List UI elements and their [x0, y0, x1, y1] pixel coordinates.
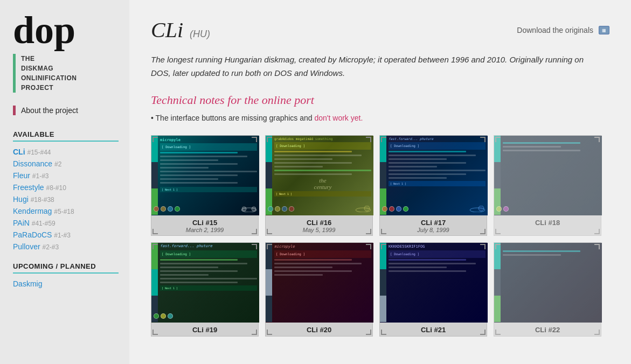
tech-title: Technical notes for the online port — [151, 93, 609, 107]
tagline-text: THEDISKMAGONLINIFICATIONPROJECT — [21, 54, 77, 93]
issue-date: July 8, 1999 — [382, 227, 484, 233]
list-item: Fleur #1-#3 — [13, 171, 119, 180]
page-header: CLi (HU) Download the originals ▦ — [151, 17, 609, 43]
thumbnail-cli19[interactable]: fast.forward... phuture [ Downloading ] … — [151, 242, 259, 337]
tagline-block: THEDISKMAGONLINIFICATIONPROJECT — [13, 54, 119, 93]
tech-note-link[interactable]: don't work yet. — [314, 114, 363, 122]
issue-date: March 2, 1999 — [154, 227, 256, 233]
thumbnail-cli17[interactable]: fast.forward... phuture [ Downloading ] … — [379, 135, 487, 236]
list-item: PaRaDoCS #1-#3 — [13, 230, 119, 240]
about-project-label: About the project — [21, 106, 78, 115]
screen-cli21: KKKKDE5SKRIF1FOG [ Downloading ] — [380, 243, 488, 323]
screen-cli19: fast.forward... phuture [ Downloading ] … — [151, 243, 259, 323]
tech-notes: • The interface buttons are missing grap… — [151, 114, 609, 122]
list-item: PAiN #41-#59 — [13, 218, 119, 228]
thumbnail-cli22[interactable]: CLi #22 — [494, 242, 601, 337]
about-bar — [13, 106, 16, 115]
screen-cli22 — [494, 243, 602, 323]
screen-cli17: fast.forward... phuture [ Downloading ] … — [380, 136, 488, 215]
thumb-caption-cli22: CLi #22 — [494, 323, 601, 336]
screen-cli18 — [494, 136, 602, 215]
thumb-caption-cli15: CLi #15 March 2, 1999 — [151, 215, 258, 235]
thumb-caption-cli18: CLi #18 — [494, 215, 601, 229]
thumb-caption-cli19: CLi #19 — [151, 323, 258, 336]
issue-title: CLi #18 — [496, 219, 599, 227]
issue-title: CLi #21 — [382, 326, 484, 334]
nav-pain[interactable]: PAiN #41-#59 — [13, 219, 56, 227]
thumb-caption-cli21: CLi #21 — [380, 323, 487, 336]
screen-cli15: micropyle [ Downloading ] [ Next — [151, 136, 259, 215]
nav-dissonance[interactable]: Dissonance #2 — [13, 159, 61, 168]
nav-freestyle[interactable]: Freestyle #8-#10 — [13, 183, 66, 192]
list-item: Freestyle #8-#10 — [13, 183, 119, 192]
available-divider — [13, 141, 119, 142]
nav-pullover[interactable]: Pullover #2-#3 — [13, 242, 59, 251]
issue-title: CLi #22 — [496, 326, 599, 334]
page-subtitle: (HU) — [190, 29, 210, 40]
list-item: Kendermag #5-#18 — [13, 206, 119, 216]
svg-point-6 — [479, 206, 484, 211]
thumbnail-cli21[interactable]: KKKKDE5SKRIF1FOG [ Downloading ] CLi #21 — [379, 242, 487, 337]
bullet: • — [151, 114, 156, 122]
thumb-caption-cli17: CLi #17 July 8, 1999 — [380, 215, 487, 235]
nav-hugi[interactable]: Hugi #18-#38 — [13, 195, 54, 204]
upcoming-section-title: UPCOMING / PLANNED — [13, 262, 119, 270]
main-content: CLi (HU) Download the originals ▦ The lo… — [129, 0, 631, 364]
thumbnail-cli15[interactable]: micropyle [ Downloading ] [ Next — [151, 135, 259, 236]
issue-title: CLi #20 — [268, 326, 370, 334]
svg-point-1 — [242, 207, 246, 211]
nav-kendermag[interactable]: Kendermag #5-#18 — [13, 207, 74, 215]
tech-note-text: The interface buttons are missing graphi… — [156, 114, 315, 122]
issue-title: CLi #16 — [268, 219, 370, 227]
list-item: CLi #15-#44 — [13, 147, 119, 157]
thumbnails-row2: fast.forward... phuture [ Downloading ] … — [151, 242, 609, 337]
nav-list: CLi #15-#44 Dissonance #2 Fleur #1-#3 Fr… — [13, 147, 119, 251]
thumbnail-cli20[interactable]: micropyle [ Downloading ] CLi #20 — [265, 242, 373, 337]
nav-cli[interactable]: CLi #15-#44 — [13, 148, 51, 156]
tagline-bar — [13, 54, 16, 93]
download-icon: ▦ — [599, 26, 609, 34]
project-description: The longest running Hungarian diskmag, c… — [151, 53, 593, 80]
page-title: CLi — [151, 17, 183, 43]
issue-title: CLi #19 — [154, 326, 256, 334]
download-label: Download the originals — [517, 26, 593, 34]
sidebar: dop THEDISKMAGONLINIFICATIONPROJECT Abou… — [0, 0, 129, 364]
issue-title: CLi #15 — [154, 219, 256, 227]
thumb-caption-cli16: CLi #16 May 5, 1999 — [266, 215, 372, 235]
svg-point-2 — [252, 207, 256, 211]
issue-date: May 5, 1999 — [268, 227, 370, 233]
about-project-link[interactable]: About the project — [13, 106, 119, 115]
nav-fleur[interactable]: Fleur #1-#3 — [13, 171, 49, 180]
svg-point-4 — [364, 206, 370, 211]
list-item: Daskmig — [13, 279, 119, 289]
screen-cli16: grabAdidos megatimáó something [ Downloa… — [266, 136, 373, 215]
page-title-block: CLi (HU) — [151, 17, 210, 43]
thumbnail-cli18[interactable]: CLi #18 — [494, 135, 601, 236]
available-section-title: AVAILABLE — [13, 130, 119, 138]
thumbnail-cli16[interactable]: grabAdidos megatimáó something [ Downloa… — [265, 135, 373, 236]
upcoming-nav-list: Daskmig — [13, 279, 119, 289]
list-item: Pullover #2-#3 — [13, 242, 119, 251]
download-link[interactable]: Download the originals ▦ — [517, 26, 609, 34]
issue-title: CLi #17 — [382, 219, 484, 227]
thumbnails-row1: micropyle [ Downloading ] [ Next — [151, 135, 609, 236]
list-item: Dissonance #2 — [13, 159, 119, 169]
screen-cli20: micropyle [ Downloading ] — [266, 243, 373, 323]
list-item: Hugi #18-#38 — [13, 194, 119, 204]
upcoming-divider — [13, 272, 119, 274]
site-logo: dop — [13, 11, 119, 50]
thumb-caption-cli20: CLi #20 — [266, 323, 372, 336]
nav-daskmig[interactable]: Daskmig — [13, 279, 42, 288]
nav-paradocs[interactable]: PaRaDoCS #1-#3 — [13, 230, 71, 239]
